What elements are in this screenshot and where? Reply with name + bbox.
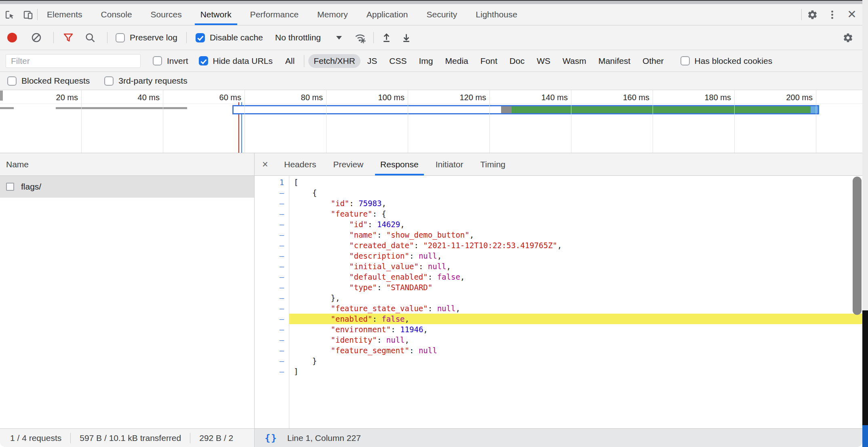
- filter-funnel-icon[interactable]: [63, 32, 74, 43]
- tab-performance[interactable]: Performance: [241, 4, 308, 25]
- window-top-edge: [0, 0, 862, 4]
- json-token: [294, 325, 331, 334]
- timeline-tick-label: 100 ms: [344, 93, 405, 102]
- tab-lighthouse[interactable]: Lighthouse: [466, 4, 527, 25]
- network-summary-bar: 1 / 4 requests597 B / 10.1 kB transferre…: [0, 428, 255, 447]
- disable-cache-checkbox[interactable]: [196, 33, 205, 42]
- filter-type-doc[interactable]: Doc: [504, 54, 530, 68]
- settings-gear-icon[interactable]: [802, 9, 823, 20]
- inspect-element-icon[interactable]: [0, 4, 19, 25]
- format-braces-icon[interactable]: {}: [265, 433, 278, 443]
- network-conditions-icon[interactable]: [354, 32, 366, 44]
- hide-data-urls-checkbox[interactable]: [199, 56, 208, 65]
- search-icon[interactable]: [84, 32, 96, 43]
- device-toolbar-icon[interactable]: [19, 4, 37, 25]
- timeline-gridline: [653, 90, 653, 153]
- line-number: –: [255, 303, 289, 314]
- timeline-gridline: [816, 90, 816, 153]
- filter-type-css[interactable]: CSS: [384, 54, 412, 68]
- import-har-icon[interactable]: [381, 32, 392, 43]
- detail-tab-preview[interactable]: Preview: [324, 153, 372, 175]
- tab-security[interactable]: Security: [417, 4, 466, 25]
- json-token: "STANDARD": [386, 283, 432, 292]
- timeline-tick-label: 140 ms: [507, 93, 568, 102]
- filter-type-img[interactable]: Img: [414, 54, 438, 68]
- response-line: – "feature_state_value": null,: [255, 303, 862, 314]
- filter-type-all[interactable]: All: [280, 54, 300, 68]
- json-token: [294, 230, 349, 239]
- json-token: : {: [372, 209, 386, 218]
- overflow-menu-icon[interactable]: [823, 9, 841, 20]
- json-token: "feature": [331, 209, 373, 218]
- json-token: :: [377, 335, 386, 344]
- invert-checkbox[interactable]: [153, 56, 162, 65]
- third-party-label: 3rd-party requests: [118, 76, 187, 86]
- json-token: "environment": [331, 325, 391, 334]
- filter-type-manifest[interactable]: Manifest: [593, 54, 636, 68]
- tab-memory[interactable]: Memory: [308, 4, 357, 25]
- json-token: ,: [405, 335, 409, 344]
- line-number: –: [255, 230, 289, 240]
- tab-network[interactable]: Network: [191, 4, 241, 25]
- preserve-log-label: Preserve log: [130, 33, 177, 42]
- filter-type-ws[interactable]: WS: [531, 54, 556, 68]
- json-token: "show_demo_button": [386, 230, 470, 239]
- filter-type-fetch-xhr[interactable]: Fetch/XHR: [308, 54, 360, 68]
- response-line: – "environment": 11946,: [255, 324, 862, 335]
- json-token: "enabled": [331, 314, 373, 323]
- filter-type-font[interactable]: Font: [475, 54, 503, 68]
- network-settings-gear-icon[interactable]: [837, 32, 858, 43]
- resource-type-filters: AllFetch/XHRJSCSSImgMediaFontDocWSWasmMa…: [279, 54, 670, 68]
- divider: [70, 433, 71, 443]
- tab-sources[interactable]: Sources: [141, 4, 191, 25]
- tab-elements[interactable]: Elements: [38, 4, 92, 25]
- filter-input[interactable]: [6, 54, 141, 68]
- close-devtools-icon[interactable]: ✕: [841, 9, 862, 20]
- overview-waterfall[interactable]: 20 ms40 ms60 ms80 ms100 ms120 ms140 ms16…: [0, 90, 862, 153]
- requests-panel: Name flags/: [0, 153, 255, 428]
- third-party-checkbox[interactable]: [104, 76, 114, 86]
- tab-console[interactable]: Console: [92, 4, 141, 25]
- clear-icon[interactable]: [31, 32, 42, 43]
- detail-tab-initiator[interactable]: Initiator: [427, 153, 472, 175]
- scrollbar-thumb[interactable]: [853, 177, 862, 315]
- json-token: [294, 262, 349, 271]
- json-token: :: [377, 230, 386, 239]
- timeline-gridline: [326, 90, 327, 153]
- filter-type-js[interactable]: JS: [362, 54, 383, 68]
- network-lower-split: Name flags/ × HeadersPreviewResponseInit…: [0, 153, 862, 428]
- throttling-select[interactable]: No throttling: [275, 33, 321, 42]
- filter-type-other[interactable]: Other: [637, 54, 669, 68]
- preserve-log-checkbox[interactable]: [116, 33, 125, 42]
- request-row-flags-[interactable]: flags/: [0, 176, 254, 198]
- response-line: – "enabled": false,: [255, 314, 862, 324]
- line-number: –: [255, 219, 289, 230]
- json-token: ,: [455, 304, 460, 313]
- json-token: :: [414, 241, 423, 250]
- export-har-icon[interactable]: [401, 32, 412, 43]
- json-token: ,: [423, 325, 428, 334]
- detail-tab-response[interactable]: Response: [372, 153, 427, 175]
- detail-tab-headers[interactable]: Headers: [276, 153, 324, 175]
- json-token: [294, 209, 331, 218]
- filter-type-wasm[interactable]: Wasm: [557, 54, 592, 68]
- has-blocked-cookies-checkbox[interactable]: [680, 56, 690, 65]
- json-token: {: [294, 188, 317, 197]
- name-column-header[interactable]: Name: [0, 153, 254, 176]
- request-overview-bar: [56, 107, 187, 109]
- close-detail-icon[interactable]: ×: [255, 153, 276, 175]
- record-icon[interactable]: [7, 33, 17, 42]
- line-content: "feature": {: [289, 209, 862, 219]
- timeline-gridline: [163, 90, 163, 153]
- filter-type-media[interactable]: Media: [440, 54, 474, 68]
- chevron-down-icon[interactable]: [336, 36, 342, 40]
- tab-application[interactable]: Application: [357, 4, 417, 25]
- status-bar: 1 / 4 requests597 B / 10.1 kB transferre…: [0, 428, 862, 447]
- response-line: – "name": "show_demo_button",: [255, 230, 862, 240]
- timeline-tick-label: 60 ms: [181, 93, 241, 102]
- line-content: "id": 75983,: [289, 198, 862, 209]
- response-line: 1[: [255, 177, 862, 188]
- detail-tab-timing[interactable]: Timing: [472, 153, 514, 175]
- line-content: "environment": 11946,: [289, 324, 862, 335]
- blocked-requests-checkbox[interactable]: [7, 76, 17, 86]
